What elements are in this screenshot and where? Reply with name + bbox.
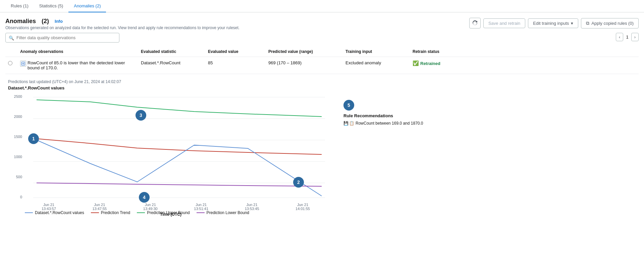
- chart-svg: [25, 93, 333, 200]
- chart-area: 2500 2000 1500 1000 500 0: [8, 93, 317, 207]
- rule-rec-icons: 💾 📋: [343, 121, 354, 126]
- page-number: 1: [626, 35, 628, 40]
- save-icon: 💾: [343, 121, 348, 126]
- tab-rules[interactable]: Rules (1): [5, 0, 34, 12]
- x-axis: Jun 2113:43:57 Jun 2113:47:55 Jun 2113:4…: [25, 203, 317, 211]
- y-label-1500: 1500: [8, 135, 22, 139]
- expand-icon[interactable]: [20, 61, 26, 67]
- rule-rec-item: 💾 📋 RowCount between 169.0 and 1870.0: [343, 121, 423, 126]
- callout-3[interactable]: 3: [136, 110, 146, 121]
- chart-meta: Predictions last updated (UTC+4) on June…: [8, 79, 639, 84]
- y-label-500: 500: [8, 175, 22, 179]
- title-area: Anomalies (2) Info Observations generate…: [5, 18, 239, 30]
- copy-icon: ⧉: [586, 20, 589, 26]
- col-training-input: Training input: [343, 49, 410, 54]
- col-evaluated-value: Evaluated value: [205, 49, 266, 54]
- edit-training-button[interactable]: Edit training inputs ▾: [528, 18, 578, 28]
- refresh-button[interactable]: [469, 18, 481, 28]
- page-title: Anomalies (2) Info: [5, 18, 239, 25]
- retrain-check-icon: ✅: [413, 60, 419, 66]
- save-retrain-button[interactable]: Save and retrain: [483, 18, 525, 28]
- tab-statistics[interactable]: Statistics (5): [34, 0, 69, 12]
- table-header: Anomaly observations Evaluated statistic…: [5, 47, 639, 57]
- info-link[interactable]: Info: [55, 19, 63, 24]
- rule-recs-title: Rule Recommendations: [343, 113, 423, 118]
- row-observation: RowCount of 85.0 is lower than the detec…: [17, 60, 138, 70]
- x-label-1: Jun 2113:47:55: [92, 203, 107, 211]
- prev-page-button[interactable]: ‹: [616, 33, 623, 41]
- col-statistic: Evaluated statistic: [138, 49, 205, 54]
- retrain-status-label: Retrained: [420, 61, 440, 66]
- copy-rule-icon: 📋: [349, 121, 354, 126]
- x-label-0: Jun 2113:43:57: [42, 203, 56, 211]
- row-predicted-range: 969 (170 – 1869): [266, 60, 343, 65]
- search-icon: 🔍: [9, 35, 14, 40]
- y-label-0: 0: [8, 195, 22, 199]
- chart-and-annotations: 2500 2000 1500 1000 500 0: [8, 93, 639, 207]
- col-predicted-value: Predicted value (range): [266, 49, 343, 54]
- x-label-5: Jun 2114:01:55: [296, 203, 310, 211]
- row-radio-input[interactable]: [8, 61, 12, 65]
- callout-5[interactable]: 5: [343, 100, 354, 111]
- row-training-input: Excluded anomaly: [343, 60, 410, 65]
- pagination: ‹ 1 ›: [616, 33, 639, 41]
- y-axis: 2500 2000 1500 1000 500 0: [8, 93, 22, 200]
- col-select: [5, 49, 17, 54]
- x-axis-title: Time (UTC): [25, 212, 317, 217]
- rule-rec-text: RowCount between 169.0 and 1870.0: [356, 121, 423, 126]
- table-row: RowCount of 85.0 is lower than the detec…: [5, 57, 639, 74]
- row-evaluated-value: 85: [205, 60, 266, 65]
- x-label-4: Jun 2113:53:45: [245, 203, 259, 211]
- y-label-1000: 1000: [8, 155, 22, 159]
- col-retrain-status: Retrain status: [410, 49, 470, 54]
- chart-title: Dataset.*.RowCount values: [8, 85, 639, 90]
- y-label-2000: 2000: [8, 115, 22, 119]
- callout-2[interactable]: 2: [293, 177, 304, 188]
- search-row: 🔍: [5, 33, 639, 43]
- apply-copied-rules-button[interactable]: ⧉ Apply copied rules (0): [581, 18, 639, 28]
- callout-1[interactable]: 1: [28, 133, 39, 144]
- row-statistic: Dataset.*.RowCount: [138, 60, 205, 65]
- top-tabs-bar: Rules (1) Statistics (5) Anomalies (2): [0, 0, 644, 12]
- x-label-3: Jun 2113:51:41: [194, 203, 208, 211]
- row-retrain-status: ✅ Retrained: [410, 60, 470, 66]
- x-label-2: Jun 2113:49:30: [143, 203, 158, 211]
- rule-recommendations: 5 Rule Recommendations 💾 📋 RowCount betw…: [343, 93, 423, 207]
- callout-4[interactable]: 4: [139, 192, 150, 203]
- search-input[interactable]: [5, 33, 119, 43]
- action-buttons: Save and retrain Edit training inputs ▾ …: [469, 18, 639, 28]
- tab-anomalies[interactable]: Anomalies (2): [68, 0, 106, 12]
- page-subtitle: Observations generated on analyzed data …: [5, 25, 239, 30]
- y-label-2500: 2500: [8, 94, 22, 98]
- row-radio[interactable]: [5, 60, 17, 65]
- next-page-button[interactable]: ›: [631, 33, 639, 41]
- chart-section: Predictions last updated (UTC+4) on June…: [5, 79, 639, 215]
- anomalies-table: Anomaly observations Evaluated statistic…: [5, 47, 639, 74]
- chevron-down-icon: ▾: [571, 21, 573, 26]
- col-observations: Anomaly observations: [17, 49, 138, 54]
